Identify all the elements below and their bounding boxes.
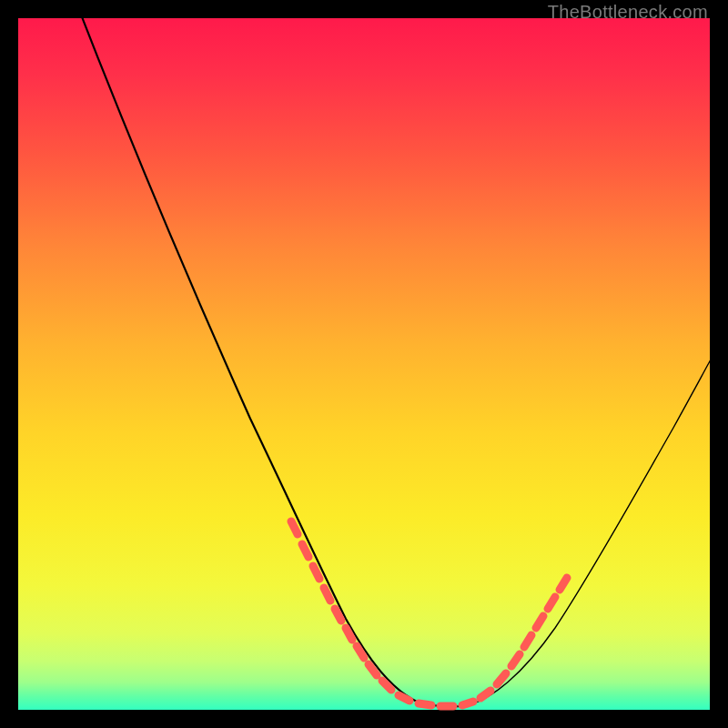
dash-seg: [313, 566, 319, 579]
dash-seg: [548, 597, 555, 609]
dash-seg: [419, 703, 431, 705]
dash-group: [291, 521, 567, 706]
dash-seg: [511, 654, 520, 666]
chart-stage: TheBottleneck.com: [0, 0, 728, 728]
dash-seg: [536, 616, 543, 628]
plot-area: [18, 18, 710, 710]
chart-svg: [18, 18, 710, 710]
dash-seg: [480, 691, 490, 698]
dash-seg: [302, 544, 308, 557]
dash-seg: [346, 628, 352, 640]
dash-seg: [560, 578, 567, 590]
dash-seg: [462, 702, 473, 705]
curve-left-branch: [68, 0, 419, 703]
dash-seg: [497, 673, 506, 684]
dash-seg: [291, 521, 298, 534]
dash-seg: [399, 695, 410, 701]
dash-seg: [524, 635, 531, 647]
dash-seg: [335, 609, 341, 621]
curve-right-branch: [464, 353, 714, 706]
dash-seg: [324, 588, 330, 601]
